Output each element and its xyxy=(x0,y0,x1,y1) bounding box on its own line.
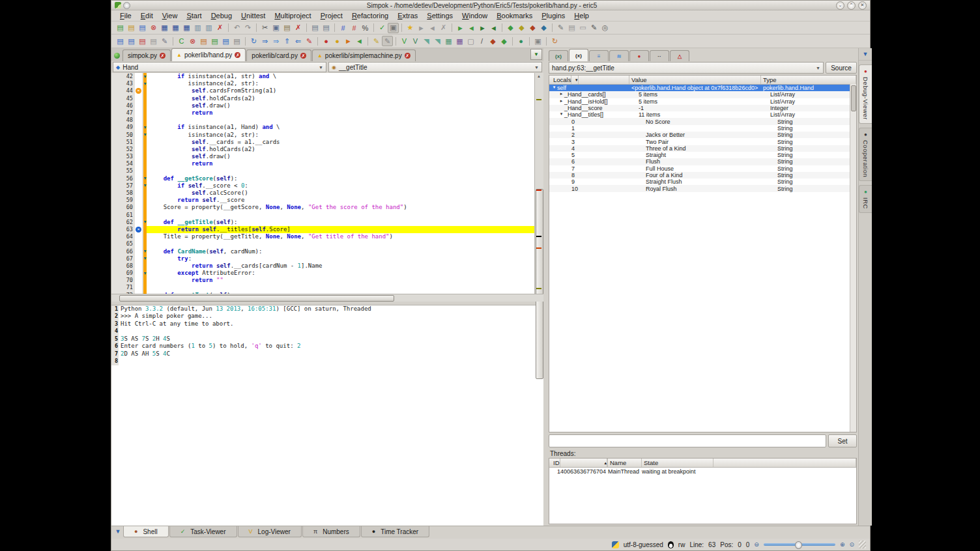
editor-tab-pokerlib-hand-py[interactable]: ▲pokerlib/hand.py✗ xyxy=(171,48,246,61)
editor-line-50[interactable]: 50▾ isinstance(a2, str): xyxy=(111,132,534,139)
task-open-icon[interactable]: ▤ xyxy=(126,36,137,46)
line-number[interactable]: 46 xyxy=(111,102,135,109)
vcs-status-icon[interactable]: ▦ xyxy=(454,36,465,46)
settings-gear-icon[interactable]: ◎ xyxy=(599,23,611,33)
editor-line-42[interactable]: 42▾ if isinstance(a1, str) and \ xyxy=(111,73,534,80)
threads-header-state[interactable]: State xyxy=(642,459,713,467)
refresh-icon[interactable]: C xyxy=(176,36,187,46)
pencil-frame-icon[interactable]: ✎ xyxy=(382,36,393,46)
paste-icon[interactable]: ▤ xyxy=(281,23,293,33)
editor-vertical-scrollbar[interactable]: ▲ ▼ xyxy=(534,73,543,294)
editor-line-66[interactable]: 66▾ def CardName(self, cardNum): xyxy=(111,248,534,255)
variables-filter-input[interactable] xyxy=(549,434,826,447)
plugin-repo-icon[interactable]: ◆ xyxy=(527,23,538,33)
bookmark-prev-icon[interactable]: ◄ xyxy=(427,23,438,33)
menu-multiproject[interactable]: Multiproject xyxy=(270,12,315,20)
line-number[interactable]: 50 xyxy=(111,132,135,139)
threads-header-name[interactable]: Name xyxy=(608,459,642,467)
save-as-icon[interactable]: ▦ xyxy=(170,23,181,33)
line-number[interactable]: 71 xyxy=(111,284,135,291)
debug-tab-call-trace[interactable]: ≋ xyxy=(609,50,629,61)
shell-line-2[interactable]: 2>>> A simple poker game... xyxy=(111,313,543,320)
task-new-icon[interactable]: ▤ xyxy=(115,36,126,46)
shell-line-7[interactable]: 72D AS AH 5S 4C xyxy=(111,350,543,358)
fold-indicator[interactable]: ▾ xyxy=(143,125,146,130)
zoom-out-icon[interactable]: ⊖ xyxy=(754,541,759,548)
zoom-slider[interactable] xyxy=(764,543,835,546)
task-next-icon[interactable]: ► xyxy=(477,23,488,33)
script-profile-icon[interactable]: ▤ xyxy=(231,36,242,46)
menu-debug[interactable]: Debug xyxy=(207,12,237,20)
debug-tab-local-variables[interactable]: (x) xyxy=(569,49,588,61)
menu-view[interactable]: View xyxy=(158,12,182,20)
editor-line-61[interactable]: 61 xyxy=(111,212,534,219)
editor-line-55[interactable]: 55 xyxy=(111,167,534,175)
debug-tab-call-stack[interactable]: ≡ xyxy=(589,50,609,61)
sidebar-tab-irc[interactable]: ●IRC xyxy=(859,185,872,213)
editor-line-47[interactable]: 47 return xyxy=(111,109,534,117)
editor-line-69[interactable]: 69▾ except AttributeError: xyxy=(111,270,534,277)
line-number[interactable]: 63 xyxy=(111,226,135,233)
fold-indicator[interactable]: ▾ xyxy=(143,132,146,137)
editor-horizontal-scrollbar[interactable] xyxy=(111,294,543,302)
editor-line-68[interactable]: 68 return self.__cards[cardNum - 1].Name xyxy=(111,262,534,270)
editor-line-57[interactable]: 57▾ if self.__score < 0: xyxy=(111,182,534,190)
editor-line-62[interactable]: 62▾ def __getTitle(self): xyxy=(111,219,534,226)
undo-icon[interactable]: ↶ xyxy=(231,23,242,33)
comment-icon[interactable]: # xyxy=(338,23,349,33)
debug-continue-icon[interactable]: ↻ xyxy=(248,36,259,46)
zoom-reset-icon[interactable]: ⊙ xyxy=(849,541,854,548)
shell-line-4[interactable]: 4 xyxy=(111,328,543,335)
uncomment-icon[interactable]: # xyxy=(349,23,360,33)
restart-icon[interactable]: ↻ xyxy=(549,36,560,46)
edit-breakpoint-icon[interactable]: ✎ xyxy=(304,36,315,46)
menu-project[interactable]: Project xyxy=(316,12,347,20)
bottom-tab-shell[interactable]: ●Shell xyxy=(123,526,169,537)
fold-indicator[interactable]: ▾ xyxy=(143,81,146,87)
locals-row[interactable]: 3Two PairString xyxy=(549,138,856,145)
editor-line-67[interactable]: 67▾ try: xyxy=(111,255,534,262)
fold-indicator[interactable]: ▾ xyxy=(143,271,146,276)
source-button[interactable]: Source xyxy=(826,62,857,74)
debug-tab-exceptions[interactable]: △ xyxy=(670,50,689,61)
collapsed-icon[interactable]: ▸ xyxy=(558,98,564,104)
debug-tab-watchpoints[interactable]: ·· xyxy=(650,50,669,61)
menu-extras[interactable]: Extras xyxy=(393,12,422,20)
bottom-tab-task-viewer[interactable]: ✓Task-Viewer xyxy=(169,526,237,537)
method-combo[interactable]: ◉ __getTitle ▼ xyxy=(328,62,542,72)
new-icon[interactable]: ▤ xyxy=(115,23,126,33)
line-number[interactable]: 43 xyxy=(111,80,135,87)
line-number[interactable]: 52 xyxy=(111,146,135,153)
debug-tab-breakpoints[interactable]: ● xyxy=(629,50,649,61)
set-button[interactable]: Set xyxy=(828,434,857,447)
editor-line-46[interactable]: 46 self.draw() xyxy=(111,102,534,109)
editor-tab-simpok-py[interactable]: simpok.py✗ xyxy=(122,49,171,61)
save-all-icon[interactable]: ▦ xyxy=(181,23,192,33)
close-tab-icon[interactable]: ✗ xyxy=(300,53,306,59)
step-into-icon[interactable]: ⇒ xyxy=(259,36,270,46)
editor-tab-pokerlib-card-py[interactable]: pokerlib/card.py✗ xyxy=(246,49,311,61)
bottom-tab-log-viewer[interactable]: VLog-Viewer xyxy=(238,526,302,537)
scroll-up-icon[interactable]: ▲ xyxy=(535,73,543,80)
locals-row[interactable]: 10Royal FlushString xyxy=(549,185,856,191)
editor-line-44[interactable]: 44× self.cardsFromString(a1) xyxy=(111,87,534,94)
line-number[interactable]: 51 xyxy=(111,139,135,146)
locals-row[interactable]: ▸_Hand__isHold[]5 itemsList/Array xyxy=(549,98,856,105)
goto-last-edit-icon[interactable]: ▤ xyxy=(310,23,321,33)
editor-line-71[interactable]: 71 xyxy=(111,284,534,291)
plugin-web-icon[interactable]: ◆ xyxy=(538,23,549,33)
close-tab-icon[interactable]: ✗ xyxy=(405,53,411,59)
editor-line-70[interactable]: 70 return "" xyxy=(111,277,534,284)
filter-icon[interactable]: ▼ xyxy=(113,526,123,537)
shell-line-5[interactable]: 53S AS 7S 2H 4S xyxy=(111,335,543,343)
goto-brace-icon[interactable]: ▤ xyxy=(321,23,332,33)
maximize-button[interactable]: ⌃ xyxy=(847,1,856,10)
threads-header-id[interactable]: ID ▴ xyxy=(549,459,608,467)
line-number[interactable]: 42 xyxy=(111,73,135,80)
editor-line-63[interactable]: 63× return self.__titles[self.Score] xyxy=(111,226,534,233)
scrollbar-thumb[interactable] xyxy=(851,85,856,111)
zoom-slider-thumb[interactable] xyxy=(795,541,802,549)
editor-line-65[interactable]: 65 xyxy=(111,240,534,247)
line-number[interactable]: 56 xyxy=(111,175,135,182)
threads-header[interactable]: ID ▴ Name State xyxy=(549,459,856,468)
